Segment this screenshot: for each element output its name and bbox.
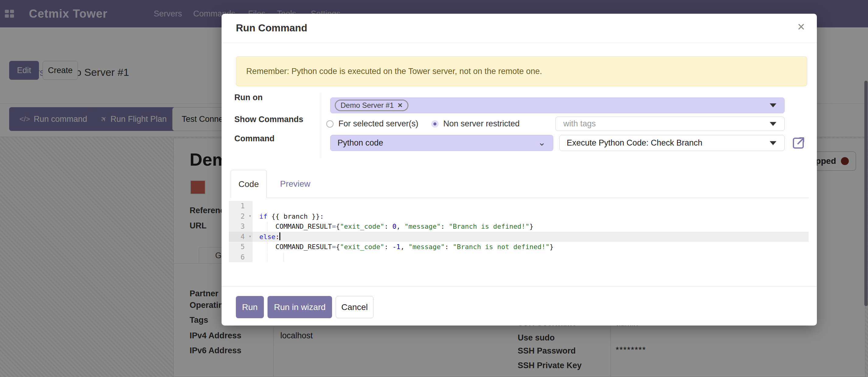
chevron-down-icon [770,122,776,126]
python-warning-alert: Remember: Python code is executed on the… [236,56,807,86]
chevron-down-icon [770,104,776,108]
line-number: 4▾ [229,232,253,242]
code-line-6[interactable]: 6 [229,252,809,262]
command-label: Command [234,134,275,143]
show-commands-radios: For selected server(s) Non server restri… [326,117,532,131]
code-text: COMMAND_RESULT={"exit_code": 0, "message… [253,222,809,232]
code-line-2[interactable]: 2▾if {{ branch }}: [229,211,809,222]
line-number: 2▾ [229,211,253,222]
code-text [253,252,809,262]
radio-for-selected-servers[interactable] [326,120,334,127]
indent-guide [267,222,268,231]
line-number: 6 [229,252,253,262]
with-tags-placeholder: with tags [563,119,596,128]
command-value: Execute Python Code: Check Branch [567,138,703,148]
code-editor[interactable]: 12▾if {{ branch }}:3 COMMAND_RESULT={"ex… [229,201,809,262]
radio-non-server-restricted-label[interactable]: Non server restricted [443,119,520,128]
code-text: if {{ branch }}: [253,211,809,222]
app-root: Cetmix Tower Servers Commands Files Tool… [0,0,868,377]
cancel-button[interactable]: Cancel [336,296,373,318]
line-number: 3 [229,222,253,232]
run-on-label: Run on [234,93,262,102]
line-number: 1 [229,201,253,211]
radio-for-selected-servers-label[interactable]: For selected server(s) [338,119,418,128]
run-on-select[interactable]: Demo Server #1 ✕ [330,97,785,113]
chevron-down-icon [770,141,776,145]
fold-caret-icon[interactable]: ▾ [249,211,251,222]
code-line-1[interactable]: 1 [229,201,809,211]
tabbar-border [231,198,809,198]
code-text: else: [253,232,809,242]
text-cursor [279,232,280,240]
command-select[interactable]: Execute Python Code: Check Branch [559,135,785,151]
form-column-separator [321,92,321,158]
indent-guide [267,253,268,262]
run-in-wizard-button[interactable]: Run in wizard [268,296,332,318]
tag-remove-icon[interactable]: ✕ [398,102,403,109]
run-button[interactable]: Run [236,296,264,318]
command-type-select[interactable]: Python code ⌄ [330,135,553,151]
modal-footer-border [222,286,817,287]
modal-title: Run Command [236,22,307,34]
show-commands-label: Show Commands [234,115,304,124]
radio-non-server-restricted[interactable] [431,120,439,127]
modal-header-border [222,42,817,43]
code-line-3[interactable]: 3 COMMAND_RESULT={"exit_code": 0, "messa… [229,222,809,232]
fold-caret-icon[interactable]: ▾ [249,232,251,242]
server-tag: Demo Server #1 ✕ [335,99,408,111]
indent-guide [283,253,284,262]
chevron-down-icon: ⌄ [538,137,546,147]
indent-guide [267,242,268,252]
external-link-icon[interactable] [792,137,805,150]
tab-preview[interactable]: Preview [274,170,316,198]
with-tags-select[interactable]: with tags [555,117,785,131]
line-number: 5 [229,242,253,252]
code-line-5[interactable]: 5 COMMAND_RESULT={"exit_code": -1, "mess… [229,242,809,252]
run-command-modal: Run Command × Remember: Python code is e… [222,14,817,325]
close-icon[interactable]: × [797,21,805,33]
command-type-value: Python code [338,138,383,148]
code-text: COMMAND_RESULT={"exit_code": -1, "messag… [253,242,809,252]
code-text [253,201,809,211]
tab-code[interactable]: Code [231,170,267,198]
code-line-4[interactable]: 4▾else: [229,232,809,242]
